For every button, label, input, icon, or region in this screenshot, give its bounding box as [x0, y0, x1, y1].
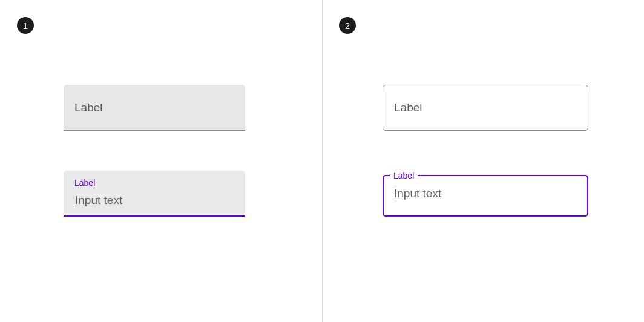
- filled-input-text: Input text: [75, 194, 122, 207]
- outlined-label: Label: [394, 101, 422, 114]
- filled-textfield-focused[interactable]: Label Input text: [64, 171, 245, 217]
- text-cursor-icon: [393, 187, 393, 200]
- panel-outlined: 2 Label Label Input text: [322, 0, 644, 322]
- outlined-input-value: Input text: [393, 187, 441, 200]
- filled-label: Label: [74, 101, 103, 114]
- filled-textfield-unfocused[interactable]: Label: [64, 85, 245, 131]
- badge-number: 2: [339, 17, 356, 34]
- filled-fields-group: Label Label Input text: [64, 85, 245, 217]
- outlined-floating-label: Label: [390, 171, 418, 180]
- outlined-textfield-unfocused[interactable]: Label: [383, 85, 588, 131]
- outlined-input-text: Input text: [394, 187, 441, 200]
- badge-number: 1: [17, 17, 34, 34]
- outlined-fields-group: Label Label Input text: [383, 85, 564, 217]
- filled-floating-label: Label: [74, 178, 95, 188]
- text-cursor-icon: [74, 194, 74, 207]
- panel-filled: 1 Label Label Input text: [0, 0, 322, 322]
- filled-input-value: Input text: [74, 194, 122, 207]
- outlined-textfield-focused[interactable]: Label Input text: [383, 171, 588, 217]
